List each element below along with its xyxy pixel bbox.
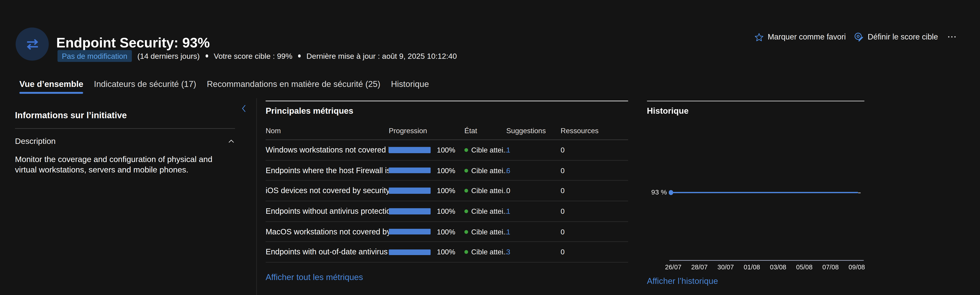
progress-bar [389,147,431,153]
table-row[interactable]: Endpoints with out-of-date antivirus si.… [266,242,628,263]
mark-favorite-button[interactable]: Marquer comme favori [754,32,846,41]
table-header: Nom Progression État Suggestions Ressour… [266,126,628,140]
tab-historique[interactable]: Historique [391,79,429,94]
endpoint-security-page: Endpoint Security: 93% Pas de modificati… [0,0,980,295]
target-score-text: Votre score cible : 99% [214,51,293,61]
column-header-nom: Nom [266,126,389,135]
progress-value: 100% [437,146,455,154]
tab-vue-densemble[interactable]: Vue d’ensemble [19,79,83,94]
description-section-toggle[interactable]: Description [15,136,235,147]
resources-value: 0 [560,187,628,195]
x-tick-label: 30/07 [718,263,734,271]
status-text: Cible attei... [471,187,506,195]
swap-arrows-icon [24,36,40,52]
tab-indicateurs-securite[interactable]: Indicateurs de sécurité (17) [94,79,196,94]
collapse-panel-button[interactable] [238,102,250,114]
metric-name: MacOS workstations not covered by se... [266,227,389,236]
history-title: Historique [647,106,864,116]
suggestions-link[interactable]: 3 [506,249,561,256]
suggestions-link[interactable]: 1 [506,146,561,154]
table-row[interactable]: Windows workstations not covered by ... … [266,140,628,160]
progress-value: 100% [437,249,455,256]
separator-dot [298,54,301,57]
resources-value: 0 [560,228,628,235]
header-actions: Marquer comme favori Définir le score ci… [754,32,958,42]
more-actions-button[interactable] [946,36,958,38]
column-header-ressources: Ressources [560,126,628,135]
bullseye-edit-icon [854,32,864,42]
badge-period-text: (14 derniers jours) [137,51,200,61]
show-history-link[interactable]: Afficher l’historique [647,276,718,286]
tab-bar: Vue d’ensemble Indicateurs de sécurité (… [19,79,429,94]
progress-bar [389,167,431,173]
score-value-label: 93 % [651,188,667,196]
initiative-info-panel: Informations sur l’initiative Descriptio… [15,110,235,175]
suggestions-value: 0 [506,187,561,195]
table-row[interactable]: Endpoints where the host Firewall is dis… [266,160,628,181]
change-status-badge: Pas de modification [57,50,132,62]
table-row[interactable]: iOS devices not covered by security ag..… [266,181,628,201]
status-dot-icon [465,230,468,234]
x-tick-label: 05/08 [796,263,812,271]
page-title: Endpoint Security: 93% [56,35,210,52]
header-meta: Pas de modification (14 derniers jours) … [57,50,457,62]
description-label: Description [15,136,56,147]
history-panel: Historique 93 % 26/07 28/07 30/07 01/08 … [647,101,864,295]
status-dot-icon [465,209,468,213]
column-header-progression: Progression [389,126,465,135]
progress-bar [389,188,431,194]
progress-value: 100% [437,207,455,215]
status-dot-icon [465,250,468,254]
table-row[interactable]: Endpoints without antivirus protection .… [266,201,628,222]
x-tick-label: 07/08 [822,263,839,271]
progress-value: 100% [437,228,455,235]
star-icon [754,32,764,41]
metric-name: Endpoints with out-of-date antivirus si.… [266,248,389,257]
set-target-score-label: Définir le score cible [868,32,938,41]
chevron-up-icon [228,137,235,145]
resources-value: 0 [560,249,628,256]
metric-name: Endpoints where the host Firewall is dis… [266,166,389,175]
column-header-suggestions: Suggestions [506,126,561,135]
divider [15,128,235,129]
suggestions-link[interactable]: 1 [506,207,561,215]
suggestions-link[interactable]: 1 [506,228,561,235]
history-line-series [671,192,858,193]
status-dot-icon [465,169,468,172]
x-tick-label: 28/07 [691,263,708,271]
progress-bar [389,208,431,214]
tab-recommandations-securite[interactable]: Recommandations en matière de sécurité (… [207,79,380,94]
status-text: Cible attei... [471,249,506,256]
progress-value: 100% [437,167,455,174]
resources-value: 0 [560,146,628,154]
status-text: Cible attei... [471,207,506,215]
x-tick-label: 01/08 [744,263,760,271]
suggestions-link[interactable]: 6 [506,167,561,174]
metric-name: iOS devices not covered by security ag..… [266,187,389,195]
x-tick-label: 09/08 [849,263,865,271]
status-dot-icon [465,189,468,193]
column-header-etat: État [465,126,506,135]
table-row[interactable]: MacOS workstations not covered by se... … [266,222,628,242]
status-text: Cible attei... [471,167,506,174]
x-tick-label: 03/08 [770,263,786,271]
ellipsis-icon [948,36,956,38]
metric-name: Endpoints without antivirus protection .… [266,207,389,216]
top-metrics-panel: Principales métriques Nom Progression Ét… [266,101,628,283]
separator-dot [205,54,208,57]
progress-bar [389,229,431,234]
progress-value: 100% [437,187,455,195]
initiative-avatar [16,27,49,61]
mark-favorite-label: Marquer comme favori [768,32,846,41]
metrics-title: Principales métriques [266,106,628,116]
x-tick-label: 26/07 [665,263,681,271]
line-start-dot [668,190,673,195]
status-text: Cible attei... [471,228,506,235]
set-target-score-button[interactable]: Définir le score cible [854,32,938,42]
description-text: Monitor the coverage and configuration o… [15,155,235,175]
show-all-metrics-link[interactable]: Afficher tout les métriques [266,273,363,283]
chevron-left-icon [240,104,248,113]
status-text: Cible attei... [471,146,506,154]
metric-name: Windows workstations not covered by ... [266,146,389,155]
resources-value: 0 [560,207,628,215]
